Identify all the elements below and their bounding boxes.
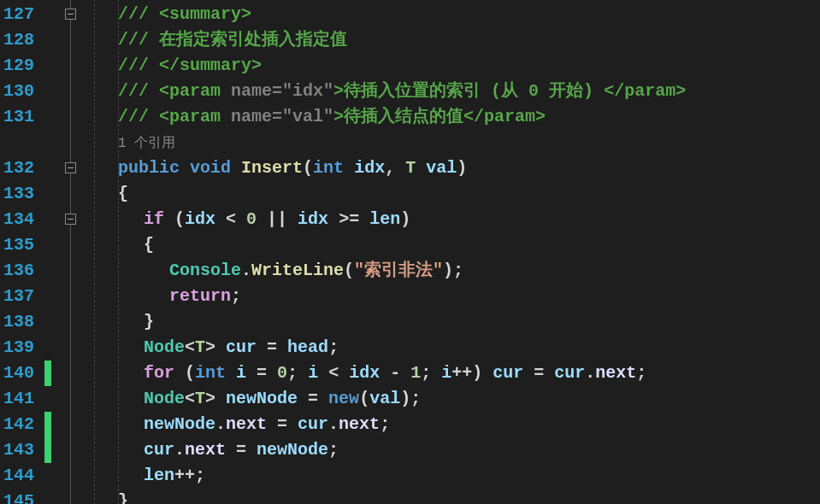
semicolon: ; [636, 363, 646, 383]
identifier: newNode [226, 389, 298, 408]
fold-toggle[interactable] [65, 214, 76, 225]
operator: - [380, 363, 410, 383]
identifier: cur [554, 363, 585, 383]
code-line[interactable]: /// </summary> [92, 53, 820, 79]
paren: ) [400, 209, 410, 229]
code-line[interactable]: { [92, 232, 820, 258]
dot: . [585, 363, 595, 383]
code-line[interactable]: for (int i = 0; i < idx - 1; i++) cur = … [92, 360, 820, 386]
angle: < [185, 389, 195, 408]
identifier: i [441, 363, 451, 383]
code-line[interactable]: cur.next = newNode; [92, 437, 820, 463]
space [344, 158, 354, 178]
semicolon: ; [287, 363, 308, 383]
line-number: 140 [3, 360, 34, 386]
class-name: Node [144, 389, 185, 408]
paren: ); [443, 261, 463, 280]
code-line[interactable]: Console.WriteLine("索引非法"); [92, 258, 820, 284]
paren: ); [400, 389, 421, 408]
keyword: int [195, 363, 226, 383]
method-name: WriteLine [251, 261, 344, 280]
operator: = [523, 363, 554, 383]
keyword: public [118, 158, 180, 178]
codelens-line[interactable]: 1 个引用 [92, 130, 820, 155]
xmldoc-slash: /// [118, 81, 159, 101]
identifier: idx [349, 363, 380, 383]
code-line[interactable]: return; [92, 284, 820, 309]
xmldoc-slash: /// [118, 30, 159, 50]
line-number: 134 [3, 207, 34, 232]
angle: > [205, 337, 226, 357]
space [180, 158, 190, 178]
field: next [226, 414, 267, 434]
line-number: 130 [3, 79, 34, 104]
type-param: T [195, 337, 205, 357]
identifier: head [287, 337, 328, 357]
brace: { [144, 235, 154, 255]
operator: = [267, 414, 298, 434]
code-line[interactable]: Node<T> cur = head; [92, 335, 820, 360]
change-mark [44, 360, 51, 386]
keyword: return [169, 286, 231, 306]
code-editor[interactable]: 1271281291301311321331341351361371381391… [0, 0, 820, 504]
operator: ++ [174, 466, 195, 485]
xmldoc-tag: <param [159, 107, 231, 126]
code-line[interactable]: public void Insert(int idx, T val) [92, 155, 820, 181]
angle: < [185, 337, 195, 357]
line-number: 141 [3, 386, 34, 412]
class-name: Node [144, 337, 185, 357]
paren: ( [174, 363, 195, 383]
parameter: idx [354, 158, 385, 178]
identifier: idx [185, 209, 215, 229]
code-line[interactable]: { [92, 181, 820, 207]
identifier: i [308, 363, 318, 383]
semicolon: ; [328, 440, 339, 460]
code-line[interactable]: /// <summary> [92, 2, 820, 27]
code-line[interactable]: /// <param name="val">待插入结点的值</param> [92, 104, 820, 130]
code-area[interactable]: /// <summary> /// 在指定索引处插入指定值 /// </summ… [92, 0, 820, 504]
number: 0 [246, 209, 257, 229]
identifier: len [369, 209, 400, 229]
xmldoc-tag: > [333, 81, 344, 101]
xmldoc-attr-value: "val" [282, 107, 333, 126]
line-number: 138 [3, 309, 34, 335]
brace: } [118, 491, 128, 504]
codelens-references[interactable]: 1 个引用 [118, 136, 175, 151]
class-name: Console [169, 261, 241, 280]
xmldoc-text: 待插入结点的值 [344, 107, 463, 126]
parameter: val [426, 158, 457, 178]
xmldoc-attr-value: "idx" [282, 81, 333, 101]
line-number: 133 [3, 181, 34, 207]
line-number: 132 [3, 155, 34, 181]
operator: = [226, 440, 257, 460]
line-number: 139 [3, 335, 34, 360]
fold-toggle[interactable] [65, 162, 76, 173]
paren: ( [164, 209, 185, 229]
identifier: i [226, 363, 246, 383]
operator: ++ [451, 363, 472, 383]
identifier: newNode [257, 440, 328, 460]
paren: ) [457, 158, 467, 178]
xmldoc-text: 待插入位置的索引 (从 0 开始) [344, 81, 604, 101]
code-line[interactable]: if (idx < 0 || idx >= len) [92, 207, 820, 232]
code-line[interactable]: /// 在指定索引处插入指定值 [92, 27, 820, 53]
code-line[interactable]: newNode.next = cur.next; [92, 412, 820, 437]
line-number: 129 [3, 53, 34, 79]
fold-toggle[interactable] [65, 9, 76, 20]
line-number: 128 [3, 27, 34, 53]
code-line[interactable]: /// <param name="idx">待插入位置的索引 (从 0 开始) … [92, 79, 820, 104]
change-mark [44, 412, 51, 463]
xmldoc-tag: <param [159, 81, 231, 101]
space [416, 158, 426, 178]
code-line[interactable]: } [92, 309, 820, 335]
dot: . [241, 261, 251, 280]
identifier: cur [493, 363, 523, 383]
code-line[interactable]: Node<T> newNode = new(val); [92, 386, 820, 412]
line-number: 131 [3, 104, 34, 130]
line-number: 144 [3, 463, 34, 489]
operator: < [318, 363, 349, 383]
code-line[interactable]: len++; [92, 463, 820, 489]
code-line[interactable]: } [92, 489, 820, 504]
dot: . [174, 440, 185, 460]
xmldoc-tag: </param> [463, 107, 546, 126]
